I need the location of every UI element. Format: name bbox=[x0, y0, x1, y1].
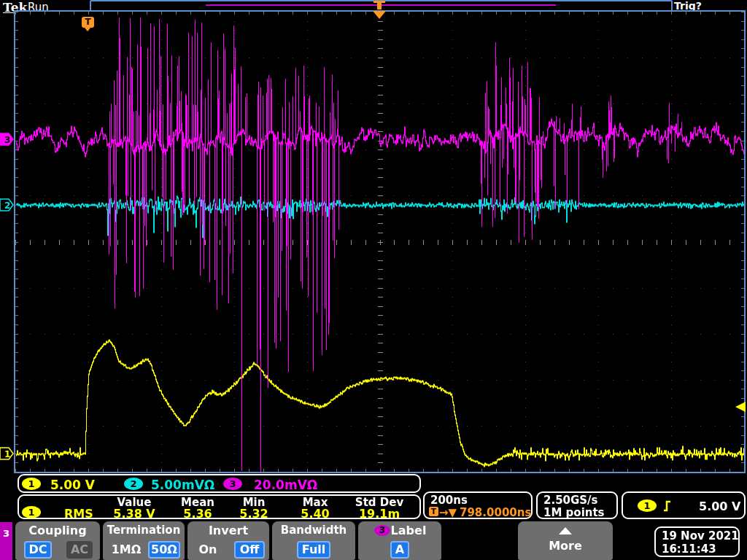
termination-50ohm-option[interactable]: 50Ω bbox=[148, 541, 180, 559]
svg-text:3: 3 bbox=[4, 135, 10, 145]
timebase-readout: 200ns T →▼ 798.0000ns bbox=[423, 491, 533, 519]
ch3-position-marker[interactable]: 3 bbox=[0, 133, 13, 145]
trigger-source-badge: 1 bbox=[638, 499, 657, 512]
invert-off-option[interactable]: Off bbox=[234, 541, 265, 559]
trigger-point-t-icon: T bbox=[82, 17, 94, 28]
ch3-badge: 3 bbox=[223, 478, 242, 490]
bandwidth-title: Bandwidth bbox=[272, 524, 355, 537]
datetime-box: 19 Nov 2021 16:11:43 bbox=[654, 526, 740, 557]
selected-channel-tab: 3 bbox=[0, 522, 12, 560]
date-text: 19 Nov 2021 bbox=[662, 529, 739, 542]
acquisition-readout: 2.50GS/s 1M points bbox=[536, 491, 618, 519]
menu-more[interactable]: More bbox=[518, 521, 613, 560]
coupling-dc-option[interactable]: DC bbox=[24, 541, 52, 559]
meas-max: 5.40 bbox=[301, 507, 329, 521]
time-text: 16:11:43 bbox=[662, 542, 716, 556]
meas-min: 5.32 bbox=[239, 507, 268, 521]
trigger-level: 5.00 V bbox=[699, 499, 740, 513]
menu-bandwidth[interactable]: Bandwidth Full bbox=[272, 521, 355, 560]
label-a-option[interactable]: A bbox=[390, 541, 409, 559]
more-up-arrow-icon bbox=[559, 527, 572, 534]
invert-title: Invert bbox=[187, 524, 269, 537]
ch3-scale: 20.0mVΩ bbox=[254, 478, 317, 492]
meas-name: RMS bbox=[64, 507, 93, 521]
svg-text:1: 1 bbox=[4, 449, 10, 459]
rising-edge-icon bbox=[662, 499, 673, 513]
waveform-canvas bbox=[15, 12, 744, 472]
label-title: Label bbox=[376, 524, 441, 537]
expansion-point-icon bbox=[371, 0, 389, 20]
coupling-ac-option[interactable]: AC bbox=[66, 541, 93, 559]
record-length: 1M points bbox=[543, 506, 605, 519]
menu-invert[interactable]: Invert On Off bbox=[187, 521, 269, 560]
coupling-title: Coupling bbox=[15, 524, 100, 537]
sample-rate: 2.50GS/s bbox=[543, 494, 598, 507]
timebase-scale: 200ns bbox=[430, 494, 468, 507]
svg-text:2: 2 bbox=[4, 201, 10, 211]
ch2-badge: 2 bbox=[124, 478, 143, 490]
delay-value: 798.0000ns bbox=[460, 506, 531, 519]
meas-value: 5.38 V bbox=[113, 507, 155, 521]
bandwidth-full-option[interactable]: Full bbox=[297, 541, 330, 559]
measurement-bar: Value Mean Min Max Std Dev 1 RMS 5.38 V … bbox=[18, 494, 421, 519]
menu-termination[interactable]: Termination 1MΩ 50Ω bbox=[103, 521, 185, 560]
ch2-scale: 5.00mVΩ bbox=[151, 478, 214, 492]
oscilloscope-screen: Tek Run Trig? 123 T 1 5.00 V 2 5.00mVΩ 3… bbox=[0, 0, 747, 560]
delay-arrows: →▼ bbox=[439, 506, 457, 519]
ch1-scale: 5.00 V bbox=[50, 478, 95, 492]
delay-t-icon: T bbox=[429, 507, 438, 516]
meas-ch-badge: 1 bbox=[22, 506, 41, 518]
meas-stddev: 19.1m bbox=[359, 507, 400, 521]
menu-label[interactable]: 3 Label A bbox=[358, 521, 441, 560]
menu-coupling[interactable]: Coupling DC AC bbox=[15, 521, 100, 560]
ch1-badge: 1 bbox=[22, 478, 41, 490]
termination-1m-option[interactable]: 1MΩ bbox=[107, 541, 145, 559]
ch1-position-marker[interactable]: 1 bbox=[0, 448, 13, 459]
trigger-readout: 1 5.00 V bbox=[622, 491, 746, 519]
meas-mean: 5.36 bbox=[183, 507, 212, 521]
termination-title: Termination bbox=[103, 524, 185, 537]
channel-scale-bar: 1 5.00 V 2 5.00mVΩ 3 20.0mVΩ bbox=[18, 474, 421, 493]
graticule-display bbox=[14, 10, 746, 473]
invert-on-option[interactable]: On bbox=[195, 541, 221, 559]
more-title: More bbox=[518, 539, 613, 553]
ch2-position-marker[interactable]: 2 bbox=[0, 199, 13, 211]
